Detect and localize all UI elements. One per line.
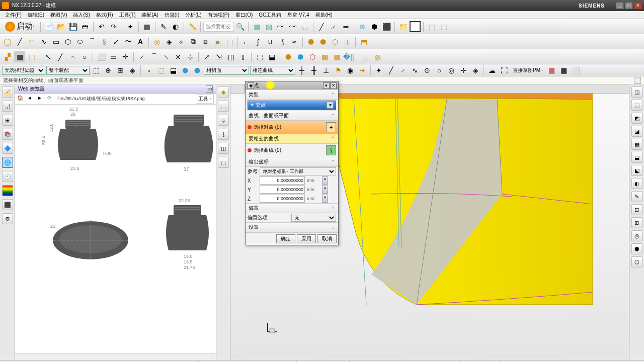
nav-web-icon[interactable]: 🌐 — [2, 157, 13, 168]
helix-icon[interactable]: § — [99, 36, 110, 47]
line-icon[interactable]: ╱ — [14, 36, 25, 47]
nav-cons-icon[interactable]: ⊞ — [2, 115, 13, 126]
feat-datum-icon[interactable]: ◆ — [218, 86, 229, 98]
sb15-icon[interactable]: ⬡ — [185, 360, 196, 363]
menu-edit[interactable]: 编辑(E) — [25, 11, 47, 19]
line4-icon[interactable]: ⟋ — [328, 21, 339, 32]
rv13-icon[interactable]: ⬢ — [631, 243, 642, 254]
x-spin[interactable]: ▾ — [322, 176, 328, 185]
point-icon[interactable]: ✦ — [125, 21, 136, 32]
sb25-icon[interactable]: ■ — [324, 360, 335, 363]
sb24-icon[interactable]: ■ — [311, 360, 323, 363]
rv8-icon[interactable]: ◐ — [631, 178, 642, 189]
select-curve-row[interactable]: 选择曲线 (0) ⟆ — [246, 144, 338, 157]
c2-icon[interactable]: ∫ — [253, 36, 264, 47]
fillet-icon[interactable]: ⌒ — [87, 36, 98, 47]
web-reload-icon[interactable]: ⟳ — [47, 95, 55, 103]
s2-icon[interactable]: ⬢ — [317, 36, 329, 47]
sb9-icon[interactable]: ◫ — [108, 360, 119, 363]
r3-icon[interactable]: ✛ — [120, 51, 131, 62]
sb5-icon[interactable]: ⬡ — [55, 360, 66, 363]
x-input[interactable] — [260, 176, 305, 185]
web-scrollbar-h[interactable] — [15, 353, 216, 360]
wire2-icon[interactable]: ⬚ — [438, 21, 449, 32]
feat-more-icon[interactable]: ⬚ — [218, 157, 229, 168]
nav-color-icon[interactable] — [2, 185, 13, 196]
sb2-icon[interactable]: ⬢ — [19, 360, 30, 363]
curve2-icon[interactable]: 〰 — [287, 21, 298, 32]
spline-icon[interactable]: ∿ — [38, 36, 49, 47]
t5-icon[interactable]: ⊹ — [185, 51, 196, 62]
sb37-icon[interactable]: ⊡ — [487, 360, 498, 363]
feat-extrude-icon[interactable]: ⬚ — [218, 101, 229, 112]
sk3-icon[interactable]: ⬚ — [26, 51, 37, 62]
nav-asm-icon[interactable]: 📊 — [2, 101, 13, 112]
s1-icon[interactable]: ⬣ — [305, 36, 316, 47]
save-icon[interactable]: 💾 — [67, 21, 78, 32]
apply-button[interactable]: 应用 — [297, 234, 316, 243]
dialog-close-icon[interactable]: ✕ — [330, 82, 337, 89]
h4-icon[interactable]: ∿ — [410, 65, 421, 76]
block-icon[interactable]: ▦ — [141, 21, 152, 32]
sb35-icon[interactable]: ≡ — [462, 360, 473, 363]
sb27-icon[interactable]: ⬚ — [352, 360, 363, 363]
f1-icon[interactable]: ⬚ — [91, 65, 102, 76]
wave-icon[interactable]: 〜 — [123, 36, 134, 47]
rv7-icon[interactable]: ⬕ — [631, 165, 642, 176]
p2-icon[interactable]: ⬓ — [266, 51, 277, 62]
nav-roles-icon[interactable]: ⬛ — [2, 199, 13, 210]
sb22-icon[interactable]: ◨ — [283, 360, 294, 363]
feat-revolve-icon[interactable]: ⬙ — [218, 115, 229, 126]
b6-icon[interactable]: �|| — [343, 51, 354, 62]
h9-icon[interactable]: ◈ — [470, 65, 481, 76]
sb36-icon[interactable]: ⊞ — [474, 360, 486, 363]
sb34-icon[interactable]: ⬢ — [446, 360, 457, 363]
sb21-icon[interactable]: ◧ — [271, 360, 282, 363]
f8-icon[interactable]: ⬢ — [180, 65, 191, 76]
b1-icon[interactable]: ⬣ — [283, 51, 294, 62]
h6-icon[interactable]: ○ — [434, 65, 445, 76]
globe-icon[interactable]: ⊕ — [357, 21, 368, 32]
rv2-icon[interactable]: ⬚ — [631, 100, 642, 111]
menu-help[interactable]: 帮助(H) — [312, 11, 336, 19]
sb26-icon[interactable]: ■ — [336, 360, 347, 363]
t2-icon[interactable]: ⌒ — [148, 51, 159, 62]
sb31-icon[interactable]: ▥ — [405, 360, 416, 363]
menu-starsky[interactable]: 星空 V7.4 — [284, 11, 312, 19]
menu-tools[interactable]: 工具(T) — [116, 11, 139, 19]
web-panel-close-icon[interactable]: ▭ — [206, 85, 213, 93]
rv14-icon[interactable]: ⬡ — [631, 256, 642, 267]
nav-reuse-icon[interactable]: 📚 — [2, 129, 13, 140]
f9-icon[interactable]: ⬣ — [192, 65, 203, 76]
menu-window[interactable]: 窗口(O) — [232, 11, 256, 19]
sb6-icon[interactable]: ⬚ — [67, 360, 78, 363]
sb20-icon[interactable]: ⊗ — [254, 360, 265, 363]
menu-prefs[interactable]: 首选项(P) — [205, 11, 232, 19]
dialog-titlebar[interactable]: ◉ 点 ▾ ✕ — [246, 81, 338, 89]
r2-icon[interactable]: ▭ — [108, 51, 119, 62]
grid3-icon[interactable]: ⬜ — [571, 65, 582, 76]
box2-icon[interactable]: ▨ — [263, 21, 274, 32]
grid1-icon[interactable]: ▦ — [546, 65, 557, 76]
maximize-button[interactable]: □ — [625, 2, 633, 9]
s3-icon[interactable]: ⬡ — [330, 36, 341, 47]
f5-icon[interactable]: ▫ — [143, 65, 154, 76]
web-fwd-icon[interactable]: ► — [37, 95, 45, 103]
arc2-icon[interactable]: ◠ — [26, 36, 37, 47]
measure-icon[interactable]: 📏 — [187, 21, 198, 32]
offset-combo[interactable]: 无 — [291, 214, 336, 222]
folder-icon[interactable]: 📁 — [397, 21, 409, 32]
line3-icon[interactable]: ╱ — [316, 21, 327, 32]
select-object-row[interactable]: 选择对象 (0) ✦ — [246, 121, 338, 134]
r1-icon[interactable]: ⬜ — [96, 51, 107, 62]
h2-icon[interactable]: ╱ — [385, 65, 396, 76]
c1-icon[interactable]: ⌐ — [240, 36, 252, 47]
h7-icon[interactable]: ◎ — [446, 65, 457, 76]
m3-icon[interactable]: ◫ — [225, 51, 236, 62]
g1-icon[interactable]: ┼ — [296, 65, 307, 76]
f3-icon[interactable]: ⊞ — [115, 65, 126, 76]
off3-icon[interactable]: ⟐ — [176, 36, 187, 47]
section-curve-surface[interactable]: 曲线、曲面或平面⌃ — [246, 111, 338, 121]
nav-hd3d-icon[interactable]: 🔷 — [2, 143, 13, 154]
g2-icon[interactable]: ╫ — [308, 65, 319, 76]
